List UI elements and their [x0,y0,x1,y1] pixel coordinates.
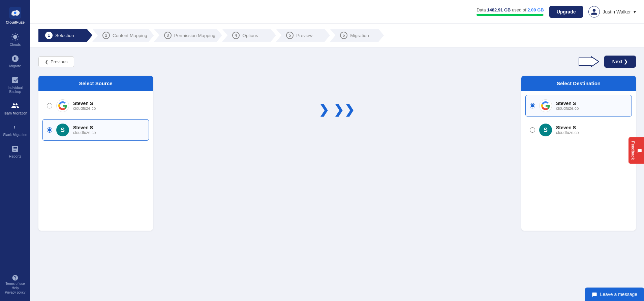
dest-account-2-name: Steven S [556,125,627,130]
sidebar-item-migrate[interactable]: Migrate [0,51,30,72]
source-account-2-info: Steven S cloudfuze.co [73,125,145,135]
previous-button[interactable]: ❮ Previous [38,56,74,67]
header: Data 1482.91 GB used of 2.00 GB Upgrade … [30,0,644,24]
sidebar-slack-label: Slack Migration [3,133,27,137]
sidebar-privacy[interactable]: Privacy policy [5,291,25,294]
step-2-num: 2 [102,32,110,39]
step-options[interactable]: 4 Options [222,29,276,42]
svg-point-1 [14,11,16,14]
dest-radio-1[interactable] [530,103,535,108]
user-avatar [588,6,600,18]
feedback-tab[interactable]: Feedback [628,137,644,164]
source-account-1-domain: cloudfuze.co [73,106,145,111]
step-preview[interactable]: 5 Preview [276,29,330,42]
leave-message-button[interactable]: Leave a message [585,288,644,301]
middle-arrows: ❯ ❯❯ [153,76,521,117]
next-arrow-icon [579,54,599,69]
dest-account-2-domain: cloudfuze.co [556,130,627,135]
google-workspace-icon-source-1 [56,99,69,112]
step-5-num: 5 [286,32,294,39]
source-panel-body: Steven S cloudfuze.co S Steven S cloudfu… [38,91,153,147]
next-area: Next ❯ [579,54,636,69]
user-info[interactable]: Justin Walker ▾ [588,6,636,18]
dest-account-2[interactable]: S Steven S cloudfuze.co [525,119,632,141]
step-content-mapping[interactable]: 2 Content Mapping [92,29,154,42]
step-5-label: Preview [296,33,312,38]
sidebar-bottom: Terms of use Help Privacy policy [3,271,27,298]
step-6-num: 6 [340,32,347,39]
svg-marker-2 [579,57,599,67]
step-4-label: Options [242,33,258,38]
data-usage-text: Data 1482.91 GB used of 2.00 GB [477,7,544,12]
source-radio-1[interactable] [47,103,52,108]
progress-bar-fill [477,14,543,16]
sidebar-backup-label: Individual Backup [2,86,29,94]
step-1-label: Selection [55,33,74,38]
data-usage: Data 1482.91 GB used of 2.00 GB [477,7,544,16]
sidebar-reports-label: Reports [9,154,22,158]
step-4-num: 4 [232,32,240,39]
step-1-num: 1 [45,32,53,39]
source-account-2-domain: cloudfuze.co [73,130,145,135]
app-name: CloudFuze [6,20,25,24]
page-body: ❮ Previous Next ❯ Select Source [30,47,644,301]
step-3-label: Permission Mapping [174,33,215,38]
source-account-1-name: Steven S [73,101,145,106]
sidebar-migrate-label: Migrate [9,64,21,68]
dest-account-1-name: Steven S [556,101,627,106]
destination-panel-body: Steven S cloudfuze.co S Steven S cloudfu… [521,91,636,147]
sidebar-help[interactable]: Help [12,286,19,290]
step-3-num: 3 [164,32,172,39]
sidebar: CloudFuze Clouds Migrate Individual Back… [0,0,30,301]
sidebar-logo[interactable]: CloudFuze [4,3,26,29]
sharepoint-icon-dest-2: S [539,124,552,136]
destination-panel: Select Destination [521,76,636,231]
dest-account-2-info: Steven S cloudfuze.co [556,125,627,135]
source-panel: Select Source [38,76,153,231]
step-selection[interactable]: 1 Selection [38,29,92,42]
feedback-label: Feedback [631,141,635,160]
sidebar-clouds-label: Clouds [10,42,21,46]
leave-message-label: Leave a message [600,292,637,297]
sidebar-team-label: Team Migration [3,111,27,115]
source-radio-2[interactable] [47,127,52,133]
step-2-label: Content Mapping [113,33,147,38]
sidebar-item-team-migration[interactable]: Team Migration [0,98,30,119]
user-dropdown-icon[interactable]: ▾ [634,9,636,14]
nav-buttons: ❮ Previous Next ❯ [38,54,636,69]
step-migration[interactable]: 6 Migration [330,29,384,42]
next-button[interactable]: Next ❯ [604,56,636,68]
source-account-2-name: Steven S [73,125,145,130]
sidebar-item-slack[interactable]: Slack Migration [0,119,30,141]
sidebar-item-clouds[interactable]: Clouds [0,29,30,51]
source-account-1[interactable]: Steven S cloudfuze.co [42,95,149,116]
step-permission-mapping[interactable]: 3 Permission Mapping [154,29,222,42]
upgrade-button[interactable]: Upgrade [549,6,583,18]
sidebar-item-backup[interactable]: Individual Backup [0,72,30,98]
dest-account-1-domain: cloudfuze.co [556,106,627,111]
sidebar-item-reports[interactable]: Reports [0,141,30,162]
panels-container: Select Source [38,76,636,231]
main-content: Data 1482.91 GB used of 2.00 GB Upgrade … [30,0,644,301]
progress-bar-container [477,14,544,16]
dest-account-1-info: Steven S cloudfuze.co [556,101,627,111]
step-6-label: Migration [350,33,369,38]
source-panel-header: Select Source [38,76,153,91]
sidebar-terms[interactable]: Terms of use [5,282,25,286]
source-account-1-info: Steven S cloudfuze.co [73,101,145,111]
username: Justin Walker [603,9,631,14]
destination-panel-header: Select Destination [521,76,636,91]
wizard-steps: 1 Selection 2 Content Mapping 3 Permissi… [30,24,644,47]
google-workspace-icon-dest-1 [539,99,552,112]
dest-radio-2[interactable] [530,127,535,133]
dest-account-1[interactable]: Steven S cloudfuze.co [525,95,632,116]
source-account-2[interactable]: S Steven S cloudfuze.co [42,119,149,141]
sharepoint-icon-source-2: S [56,124,69,136]
